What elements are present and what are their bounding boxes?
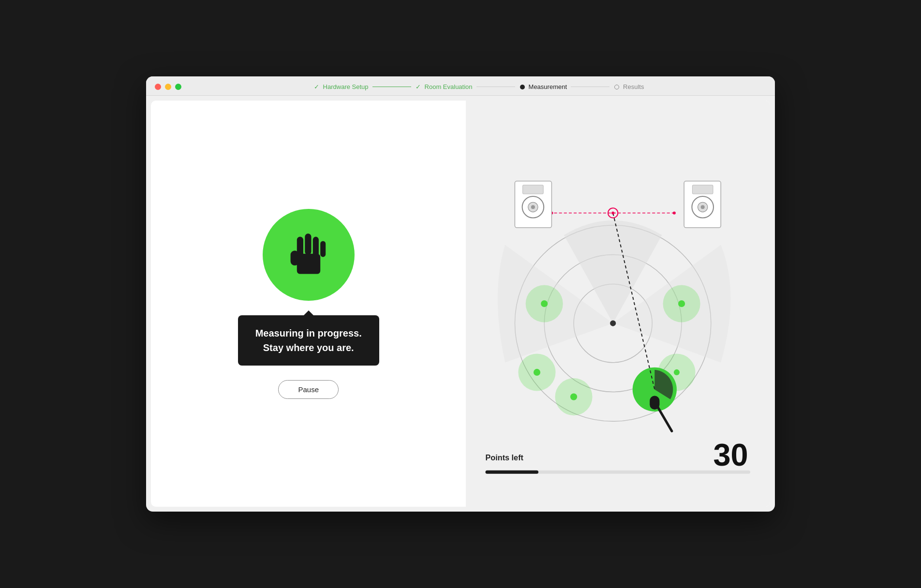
svg-point-17: [678, 300, 685, 307]
svg-point-13: [534, 369, 540, 376]
hand-icon: [282, 228, 335, 281]
message-box: Measuring in progress. Stay where you ar…: [238, 315, 379, 366]
step-line-3: [571, 87, 609, 87]
svg-text:30: 30: [713, 437, 748, 472]
svg-point-29: [673, 211, 676, 214]
svg-rect-4: [313, 236, 319, 257]
svg-point-33: [531, 205, 535, 209]
svg-point-15: [570, 394, 577, 400]
stepper: ✓ Hardware Setup ✓ Room Evaluation Measu…: [191, 83, 766, 90]
main-content: Measuring in progress. Stay where you ar…: [151, 101, 770, 507]
step-line-2: [476, 87, 515, 87]
step-room-evaluation: ✓ Room Evaluation: [415, 83, 473, 90]
close-button[interactable]: [155, 84, 161, 90]
svg-point-11: [541, 300, 548, 307]
step-measurement-label: Measurement: [529, 83, 567, 90]
step-results-label: Results: [623, 83, 644, 90]
svg-rect-2: [297, 236, 303, 257]
pause-button[interactable]: Pause: [278, 380, 339, 399]
svg-text:Points left: Points left: [486, 453, 524, 462]
minimize-button[interactable]: [165, 84, 171, 90]
svg-point-20: [610, 320, 616, 326]
step-results: Results: [613, 83, 644, 90]
left-panel: Measuring in progress. Stay where you ar…: [151, 101, 466, 507]
traffic-lights: [155, 84, 181, 90]
dot-filled-icon: [519, 84, 526, 90]
svg-point-38: [701, 205, 705, 209]
svg-rect-34: [523, 185, 544, 194]
step-hardware-label: Hardware Setup: [323, 83, 369, 90]
svg-rect-43: [486, 470, 538, 474]
app-window: ✓ Hardware Setup ✓ Room Evaluation Measu…: [146, 76, 775, 512]
titlebar: ✓ Hardware Setup ✓ Room Evaluation Measu…: [146, 76, 775, 96]
step-hardware-setup: ✓ Hardware Setup: [313, 83, 369, 90]
message-text: Measuring in progress. Stay where you ar…: [255, 326, 362, 355]
hand-icon-container: [263, 209, 355, 301]
checkmark-icon-2: ✓: [415, 84, 422, 90]
step-room-label: Room Evaluation: [425, 83, 473, 90]
svg-point-27: [612, 211, 615, 214]
room-diagram: Points left 30: [466, 101, 770, 507]
step-line-1: [372, 87, 411, 87]
diagram-area: Points left 30: [466, 101, 770, 507]
right-panel: Points left 30: [466, 101, 770, 507]
dot-empty-icon: [613, 84, 620, 90]
svg-rect-24: [650, 396, 660, 410]
svg-rect-5: [320, 241, 326, 257]
svg-rect-3: [305, 234, 311, 255]
checkmark-icon: ✓: [313, 84, 320, 90]
svg-point-19: [674, 369, 680, 375]
svg-rect-39: [693, 185, 713, 194]
maximize-button[interactable]: [175, 84, 181, 90]
step-measurement: Measurement: [519, 83, 567, 90]
